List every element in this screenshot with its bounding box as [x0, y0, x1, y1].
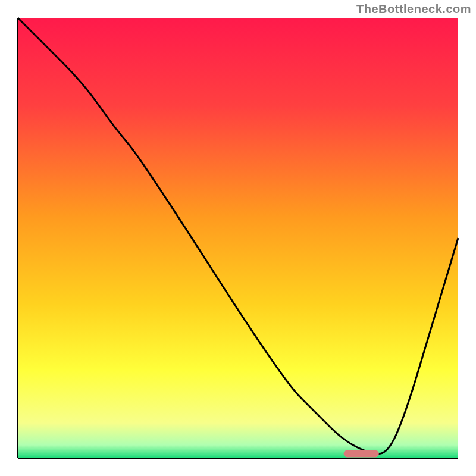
chart-svg [0, 0, 476, 476]
optimal-zone-marker [344, 450, 379, 458]
bottleneck-chart: TheBottleneck.com [0, 0, 476, 476]
watermark-text: TheBottleneck.com [356, 2, 471, 16]
gradient-background [18, 18, 458, 458]
plot-area [18, 18, 458, 458]
